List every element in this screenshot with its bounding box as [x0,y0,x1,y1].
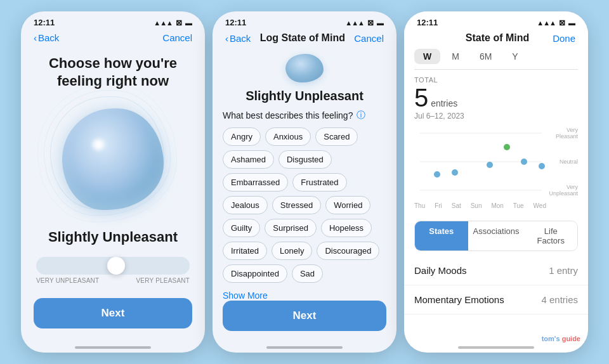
back-button-2[interactable]: ‹ Back [225,33,251,44]
nav-bar-3: State of Mind Done [404,30,588,49]
next-button-2[interactable]: Next [223,301,386,331]
mood-label-1: Slightly Unpleasant [48,229,178,245]
back-button-1[interactable]: ‹ Back [34,32,59,43]
tag-ashamed[interactable]: Ashamed [223,150,274,169]
chart-container: VeryPleasant Neutral VeryUnpleasant Thu … [414,127,578,209]
tag-disappointed[interactable]: Disappointed [223,264,287,283]
feeling-question: What best describes this feeling? ⓘ [223,110,386,121]
x-fri: Fri [435,202,442,209]
tag-jealous[interactable]: Jealous [223,196,268,214]
wifi-icon-3: ⊠ [559,18,565,27]
tab-m[interactable]: M [443,49,468,64]
chart-area: W M 6M Y TOTAL 5 entries Jul 6–12, 2023 [404,49,588,216]
mood-orb-container [56,102,170,216]
segment-associations[interactable]: Associations [468,221,525,250]
tab-w[interactable]: W [414,49,440,64]
signal-icon-1: ▲▲▲ [154,19,173,27]
cancel-button-1[interactable]: Cancel [162,32,192,43]
nav-bar-2: ‹ Back Log State of Mind Cancel [213,30,396,49]
wifi-icon-1: ⊠ [176,18,182,27]
tag-hopeless[interactable]: Hopeless [321,219,372,237]
segment-life-factors[interactable]: Life Factors [525,221,578,250]
tag-angry[interactable]: Angry [223,127,261,146]
show-more-link[interactable]: Show More [223,290,386,301]
signal-icon-2: ▲▲▲ [345,19,364,27]
x-sun: Sun [471,202,482,209]
tag-irritated[interactable]: Irritated [223,242,267,260]
status-bar-3: 12:11 ▲▲▲ ⊠ ▬ [404,11,588,30]
date-range: Jul 6–12, 2023 [414,112,578,120]
tag-frustrated[interactable]: Frustrated [292,173,346,192]
tags-grid: Angry Anxious Scared Ashamed Disgusted E… [223,127,386,283]
tag-worried[interactable]: Worried [325,196,370,214]
x-thu: Thu [414,202,425,209]
mood-orb [62,108,164,210]
chevron-left-icon-1: ‹ [34,32,37,43]
time-3: 12:11 [417,18,438,27]
nav-title-2: Log State of Mind [260,32,345,44]
mood-slider-track[interactable] [36,257,190,275]
segments-bar: States Associations Life Factors [414,221,578,251]
screen1: 12:11 ▲▲▲ ⊠ ▬ ‹ Back Cancel Choose how y… [21,11,205,353]
status-bar-1: 12:11 ▲▲▲ ⊠ ▬ [21,11,205,30]
next-button-1[interactable]: Next [34,298,192,328]
screen3-content: W M 6M Y TOTAL 5 entries Jul 6–12, 2023 [404,49,588,341]
tab-6m[interactable]: 6M [471,49,501,64]
home-indicator-1 [75,346,151,349]
screen2: 12:11 ▲▲▲ ⊠ ▬ ‹ Back Log State of Mind C… [213,11,396,353]
cancel-button-2[interactable]: Cancel [354,33,384,44]
chevron-left-icon-2: ‹ [225,33,228,44]
segment-states[interactable]: States [415,221,468,250]
done-button-3[interactable]: Done [553,33,575,44]
time-1: 12:11 [34,18,55,27]
mood-orb-2 [285,54,324,82]
tab-y[interactable]: Y [503,49,527,64]
tag-guilty[interactable]: Guilty [223,219,260,237]
data-point-sun [487,162,493,168]
momentary-emotions-label: Momentary Emotions [414,294,504,305]
tag-scared[interactable]: Scared [315,127,358,146]
total-label: TOTAL [414,76,578,84]
daily-moods-row[interactable]: Daily Moods 1 entry [404,256,588,285]
daily-moods-value: 1 entry [549,265,578,276]
home-indicator-2 [266,346,343,349]
screen2-content: Slightly Unpleasant What best describes … [213,49,396,341]
info-icon[interactable]: ⓘ [357,110,365,121]
momentary-emotions-value: 4 entries [541,294,578,305]
mood-slider-thumb[interactable] [107,257,125,275]
data-rows: Daily Moods 1 entry Momentary Emotions 4… [404,256,588,341]
entries-count: 5 entries [414,85,578,110]
momentary-emotions-row[interactable]: Momentary Emotions 4 entries [404,285,588,315]
x-tue: Tue [513,202,524,209]
watermark: tom's guide [542,335,580,342]
slider-right-label: VERY PLEASANT [136,277,190,284]
status-icons-1: ▲▲▲ ⊠ ▬ [154,18,192,27]
tag-disgusted[interactable]: Disgusted [278,150,332,169]
battery-icon-3: ▬ [568,19,575,27]
time-tabs: W M 6M Y [414,49,578,70]
time-2: 12:11 [225,18,246,27]
data-point-mon [504,144,510,150]
y-label-bot: VeryUnpleasant [549,184,578,197]
tag-surprised[interactable]: Surprised [265,219,317,237]
mood-label-2: Slightly Unpleasant [223,89,386,103]
wifi-icon-2: ⊠ [367,18,374,27]
tag-embarrassed[interactable]: Embarrassed [223,173,288,192]
screen3: 12:11 ▲▲▲ ⊠ ▬ State of Mind Done W M 6M … [404,11,588,353]
slider-left-label: VERY UNPLEASANT [36,277,99,284]
tag-discouraged[interactable]: Discouraged [317,242,379,260]
status-icons-2: ▲▲▲ ⊠ ▬ [345,18,384,27]
mood-slider-container: VERY UNPLEASANT VERY PLEASANT [34,257,192,284]
data-point-wed [539,163,545,169]
battery-icon-1: ▬ [185,19,192,27]
nav-title-3: State of Mind [466,32,529,44]
tag-lonely[interactable]: Lonely [272,242,312,260]
data-point-thu [434,171,440,178]
chart-x-labels: Thu Fri Sat Sun Mon Tue Wed [414,202,546,209]
tag-anxious[interactable]: Anxious [265,127,311,146]
data-point-fri [452,169,458,176]
nav-bar-1: ‹ Back Cancel [21,30,205,48]
tag-stressed[interactable]: Stressed [272,196,321,214]
tag-sad[interactable]: Sad [292,264,323,283]
y-label-mid: Neutral [549,159,578,165]
